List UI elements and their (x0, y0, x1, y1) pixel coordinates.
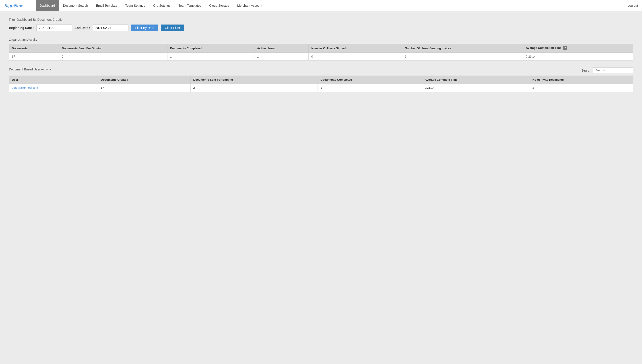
cell-documents-send-for-signing: 2 (59, 52, 167, 61)
cell-number-of-users-signed: 0 (309, 52, 402, 61)
col-user: User (9, 76, 98, 84)
user-activity-header: Document Based User Activity Search (9, 67, 633, 73)
end-date-label: End Date : (75, 26, 90, 30)
cell-no-of-invite-recipients: 2 (530, 84, 633, 92)
cell-user: dean@signnow.com (9, 84, 98, 92)
col-average-complete-time: Average Complete Time (422, 76, 530, 84)
cell-documents-sent-for-signing: 2 (190, 84, 318, 92)
logo: SignNow (0, 3, 36, 8)
col-average-completion-time: Average Completion Time ? (523, 44, 633, 52)
search-input[interactable] (593, 67, 633, 73)
table-row: dean@signnow.com 17 2 1 0:21:14 2 (9, 84, 633, 92)
col-no-of-invite-recipients: No of Invite Recipients (530, 76, 633, 84)
cell-average-complete-time: 0:21:14 (422, 84, 530, 92)
main-content: Filter Dashboard By Document Creation Be… (0, 11, 642, 105)
beginning-date-input[interactable] (36, 24, 72, 31)
nav-item-document-search[interactable]: Document Search (59, 0, 92, 11)
filter-title: Filter Dashboard By Document Creation (9, 18, 633, 22)
user-activity-table: User Documents Created Documents Sent Fo… (9, 76, 633, 92)
end-date-input[interactable] (93, 24, 129, 31)
col-documents-completed: Documents Completed (167, 44, 254, 52)
col-number-of-users-sending-invites: Number Of Users Sending Invites (402, 44, 523, 52)
col-active-users: Active Users (254, 44, 309, 52)
user-email-link[interactable]: dean@signnow.com (12, 86, 38, 90)
cell-documents-completed: 1 (167, 52, 254, 61)
cell-number-of-users-sending-invites: 1 (402, 52, 523, 61)
beginning-date-label: Beginning Date : (9, 26, 34, 30)
col-number-of-users-signed: Number Of Users Signed (309, 44, 402, 52)
nav-item-email-template[interactable]: Email Template (92, 0, 121, 11)
cell-documents: 17 (9, 52, 59, 61)
col-documents-completed-user: Documents Completed (318, 76, 422, 84)
logo-text: SignNow (5, 3, 23, 8)
search-label: Search (581, 69, 591, 72)
search-row: Search (581, 67, 633, 73)
nav-item-dashboard[interactable]: Dashboard (36, 0, 59, 11)
help-badge-icon[interactable]: ? (563, 46, 567, 50)
cell-active-users: 1 (254, 52, 309, 61)
nav-item-logout[interactable]: Log out (623, 0, 642, 11)
nav-item-team-templates[interactable]: Team Templates (175, 0, 205, 11)
col-documents-created: Documents Created (98, 76, 191, 84)
col-documents-sent-for-signing: Documents Sent For Signing (190, 76, 318, 84)
cell-documents-completed: 1 (318, 84, 422, 92)
navbar: SignNow Dashboard Document Search Email … (0, 0, 642, 11)
user-activity-title: Document Based User Activity (9, 68, 51, 71)
filter-by-date-button[interactable]: Filter By Date (131, 24, 158, 31)
cell-average-completion-time: 0:21:14 (523, 52, 633, 61)
org-activity-table: Documents Documents Send For Signing Doc… (9, 44, 633, 61)
filter-row: Beginning Date : End Date : Filter By Da… (9, 24, 633, 31)
col-documents-send-for-signing: Documents Send For Signing (59, 44, 167, 52)
nav-item-org-settings[interactable]: Org Settings (149, 0, 175, 11)
table-row: 17 2 1 1 0 1 0:21:14 (9, 52, 633, 61)
clear-filter-button[interactable]: Clear Filter (161, 24, 184, 31)
col-documents: Documents (9, 44, 59, 52)
nav-item-team-settings[interactable]: Team Settings (121, 0, 149, 11)
org-activity-title: Organization Activity (9, 38, 633, 42)
nav-item-cloud-storage[interactable]: Cloud Storage (205, 0, 233, 11)
cell-documents-created: 17 (98, 84, 191, 92)
nav-items: Dashboard Document Search Email Template… (36, 0, 642, 11)
nav-item-merchant-account[interactable]: Merchant Account (233, 0, 266, 11)
